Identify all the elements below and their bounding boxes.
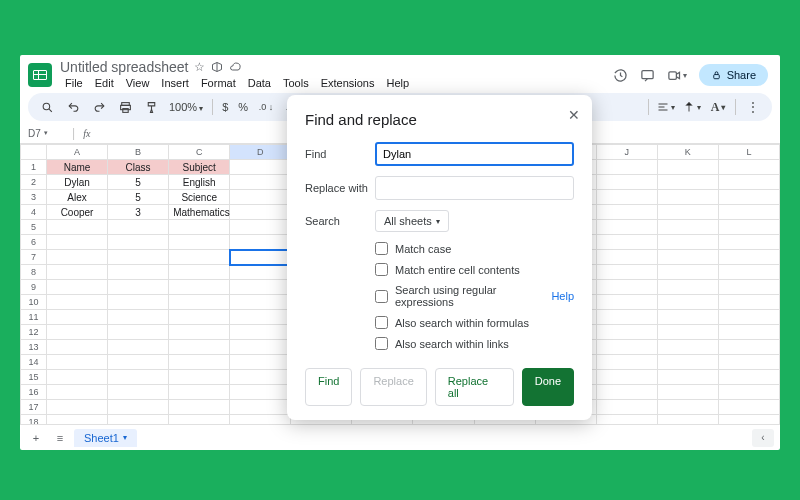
cell[interactable] — [108, 235, 169, 250]
cell[interactable] — [596, 205, 657, 220]
cell[interactable] — [230, 325, 291, 340]
cell[interactable] — [230, 160, 291, 175]
formulas-checkbox[interactable] — [375, 316, 388, 329]
sheet-tab[interactable]: Sheet1▾ — [74, 429, 137, 447]
cell[interactable] — [596, 295, 657, 310]
row-header[interactable]: 11 — [21, 310, 47, 325]
cell[interactable] — [169, 310, 230, 325]
menu-format[interactable]: Format — [196, 75, 241, 91]
v-align-btn[interactable] — [681, 96, 703, 118]
cell[interactable] — [657, 295, 718, 310]
dec-decrease-btn[interactable]: .0 ↓ — [255, 96, 277, 118]
zoom-select[interactable]: 100% — [166, 101, 206, 113]
cell[interactable] — [657, 370, 718, 385]
cell[interactable] — [230, 265, 291, 280]
cell[interactable] — [718, 355, 779, 370]
replace-all-button[interactable]: Replace all — [435, 368, 514, 406]
cell[interactable] — [718, 295, 779, 310]
cell[interactable] — [596, 235, 657, 250]
cell[interactable] — [657, 160, 718, 175]
sheets-logo[interactable] — [28, 63, 52, 87]
cell[interactable] — [657, 190, 718, 205]
comment-icon[interactable] — [640, 68, 655, 83]
find-input[interactable] — [375, 142, 574, 166]
cell[interactable] — [718, 265, 779, 280]
cell[interactable] — [718, 235, 779, 250]
row-header[interactable]: 5 — [21, 220, 47, 235]
cell[interactable] — [596, 220, 657, 235]
col-header[interactable]: K — [657, 145, 718, 160]
cell[interactable] — [108, 325, 169, 340]
row-header[interactable]: 7 — [21, 250, 47, 265]
cell[interactable] — [169, 340, 230, 355]
cell[interactable] — [657, 265, 718, 280]
cell[interactable] — [657, 205, 718, 220]
cell[interactable] — [596, 190, 657, 205]
cell[interactable] — [230, 355, 291, 370]
cell[interactable] — [47, 385, 108, 400]
cell[interactable] — [169, 370, 230, 385]
cell[interactable] — [169, 295, 230, 310]
cell[interactable] — [657, 385, 718, 400]
print-icon[interactable] — [114, 96, 136, 118]
cell[interactable] — [230, 400, 291, 415]
row-header[interactable]: 14 — [21, 355, 47, 370]
cell[interactable] — [230, 205, 291, 220]
cell[interactable] — [596, 355, 657, 370]
cell[interactable]: Class — [108, 160, 169, 175]
cell[interactable] — [718, 400, 779, 415]
cell[interactable] — [230, 295, 291, 310]
cell[interactable] — [47, 415, 108, 425]
cell[interactable]: Subject — [169, 160, 230, 175]
h-align-btn[interactable] — [655, 96, 677, 118]
cell[interactable] — [657, 400, 718, 415]
col-header[interactable]: B — [108, 145, 169, 160]
cell[interactable] — [230, 310, 291, 325]
cell[interactable]: Cooper — [47, 205, 108, 220]
menu-extensions[interactable]: Extensions — [316, 75, 380, 91]
cell[interactable] — [718, 340, 779, 355]
row-header[interactable]: 9 — [21, 280, 47, 295]
currency-btn[interactable]: $ — [219, 101, 231, 113]
history-icon[interactable] — [613, 68, 628, 83]
cell[interactable] — [230, 280, 291, 295]
meet-icon[interactable]: ▾ — [667, 68, 687, 83]
cell[interactable] — [596, 370, 657, 385]
cell[interactable] — [718, 370, 779, 385]
cell[interactable] — [230, 175, 291, 190]
cell[interactable] — [169, 265, 230, 280]
cell[interactable] — [47, 400, 108, 415]
cell[interactable] — [657, 325, 718, 340]
cell[interactable] — [169, 355, 230, 370]
cell[interactable] — [230, 190, 291, 205]
name-box[interactable]: D7▾ — [28, 128, 64, 139]
cell[interactable] — [657, 235, 718, 250]
cell[interactable] — [47, 310, 108, 325]
menu-insert[interactable]: Insert — [156, 75, 194, 91]
links-checkbox[interactable] — [375, 337, 388, 350]
menu-tools[interactable]: Tools — [278, 75, 314, 91]
cell[interactable] — [230, 235, 291, 250]
entire-cell-checkbox[interactable] — [375, 263, 388, 276]
cell[interactable] — [596, 415, 657, 425]
cell[interactable] — [47, 355, 108, 370]
cell[interactable] — [230, 385, 291, 400]
col-header[interactable]: D — [230, 145, 291, 160]
cell[interactable] — [47, 280, 108, 295]
row-header[interactable]: 17 — [21, 400, 47, 415]
cell[interactable] — [657, 355, 718, 370]
cell[interactable] — [596, 400, 657, 415]
cell[interactable] — [169, 220, 230, 235]
cell[interactable] — [596, 310, 657, 325]
regex-checkbox[interactable] — [375, 290, 388, 303]
cell[interactable] — [657, 280, 718, 295]
cell[interactable] — [108, 280, 169, 295]
cell[interactable] — [230, 340, 291, 355]
cell[interactable] — [169, 235, 230, 250]
cell[interactable] — [169, 250, 230, 265]
cell[interactable] — [718, 325, 779, 340]
cell[interactable] — [657, 250, 718, 265]
doc-title[interactable]: Untitled spreadsheet — [60, 59, 188, 75]
cell[interactable] — [596, 385, 657, 400]
menu-file[interactable]: File — [60, 75, 88, 91]
